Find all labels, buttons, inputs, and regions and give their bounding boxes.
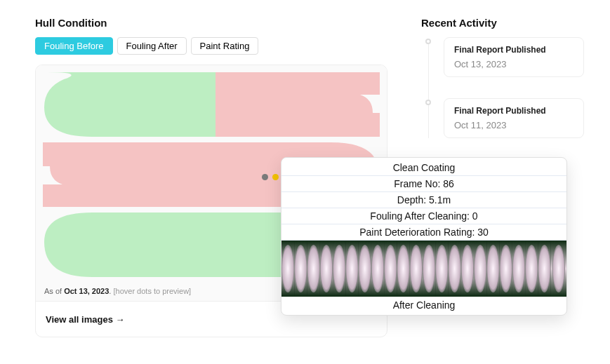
tooltip-frame-label: Frame No: xyxy=(394,178,443,189)
hull-tooltip: Clean Coating Frame No: 86 Depth: 5.1m F… xyxy=(281,157,567,316)
tooltip-image xyxy=(281,241,566,297)
timeline-dot xyxy=(425,100,431,105)
tooltip-fouling-value: 0 xyxy=(472,210,478,222)
tooltip-fouling-label: Fouling After Cleaning: xyxy=(370,210,472,222)
tooltip-caption: After Cleaning xyxy=(281,297,566,315)
tooltip-depth: Depth: 5.1m xyxy=(281,192,566,208)
as-of-prefix: As of xyxy=(44,287,64,295)
preview-dot-active[interactable] xyxy=(272,174,279,180)
hull-condition-title: Hull Condition xyxy=(35,17,387,29)
svg-rect-0 xyxy=(43,72,216,137)
svg-point-46 xyxy=(552,245,565,292)
activity-card[interactable]: Final Report Published Oct 11, 2023 xyxy=(444,98,584,138)
activity-card[interactable]: Final Report Published Oct 13, 2023 xyxy=(444,37,584,77)
svg-point-14 xyxy=(345,245,358,292)
svg-point-4 xyxy=(281,245,294,292)
activity-item-title: Final Report Published xyxy=(454,45,573,55)
tooltip-paint-label: Paint Deterioration Rating: xyxy=(359,227,477,238)
tooltip-fouling: Fouling After Cleaning: 0 xyxy=(281,208,566,224)
tooltip-frame: Frame No: 86 xyxy=(281,176,566,192)
tooltip-depth-label: Depth: xyxy=(397,194,429,205)
svg-point-40 xyxy=(512,245,525,292)
hull-profile-top xyxy=(43,72,380,137)
tooltip-depth-value: 5.1m xyxy=(429,194,451,205)
hull-tabs: Fouling Before Fouling After Paint Ratin… xyxy=(35,37,387,55)
tab-fouling-after[interactable]: Fouling After xyxy=(117,37,187,55)
activity-item-date: Oct 11, 2023 xyxy=(454,120,573,130)
view-all-images-link[interactable]: View all images → xyxy=(46,314,124,325)
tooltip-frame-value: 86 xyxy=(443,178,454,189)
svg-point-26 xyxy=(423,245,435,292)
preview-dot[interactable] xyxy=(262,174,268,180)
svg-point-16 xyxy=(359,245,371,292)
svg-point-38 xyxy=(500,245,512,292)
svg-point-22 xyxy=(397,245,409,292)
hover-hint: [hover dots to preview] xyxy=(113,287,191,295)
preview-dots xyxy=(262,174,279,180)
svg-point-36 xyxy=(486,245,499,292)
svg-point-6 xyxy=(294,245,307,292)
svg-point-28 xyxy=(435,245,448,292)
tooltip-title: Clean Coating xyxy=(281,158,566,176)
tooltip-paint: Paint Deterioration Rating: 30 xyxy=(281,224,566,241)
activity-item-title: Final Report Published xyxy=(454,106,573,116)
as-of-date: Oct 13, 2023 xyxy=(64,287,109,295)
svg-point-30 xyxy=(449,245,461,292)
tab-fouling-before[interactable]: Fouling Before xyxy=(35,37,113,55)
svg-point-20 xyxy=(384,245,397,292)
activity-item: Final Report Published Oct 11, 2023 xyxy=(421,98,584,138)
svg-point-24 xyxy=(410,245,423,292)
activity-item: Final Report Published Oct 13, 2023 xyxy=(421,37,584,77)
svg-point-42 xyxy=(525,245,538,292)
recent-activity-title: Recent Activity xyxy=(421,17,584,29)
svg-point-18 xyxy=(371,245,384,292)
svg-rect-1 xyxy=(216,72,380,137)
tooltip-paint-value: 30 xyxy=(477,227,489,238)
svg-point-8 xyxy=(307,245,320,292)
svg-point-32 xyxy=(461,245,474,292)
timeline-dot xyxy=(425,39,431,44)
tab-paint-rating[interactable]: Paint Rating xyxy=(191,37,259,55)
activity-list: Final Report Published Oct 13, 2023 Fina… xyxy=(421,37,584,138)
svg-point-10 xyxy=(320,245,333,292)
svg-point-34 xyxy=(474,245,486,292)
activity-item-date: Oct 13, 2023 xyxy=(454,59,573,69)
svg-point-44 xyxy=(538,245,550,292)
svg-point-12 xyxy=(333,245,345,292)
